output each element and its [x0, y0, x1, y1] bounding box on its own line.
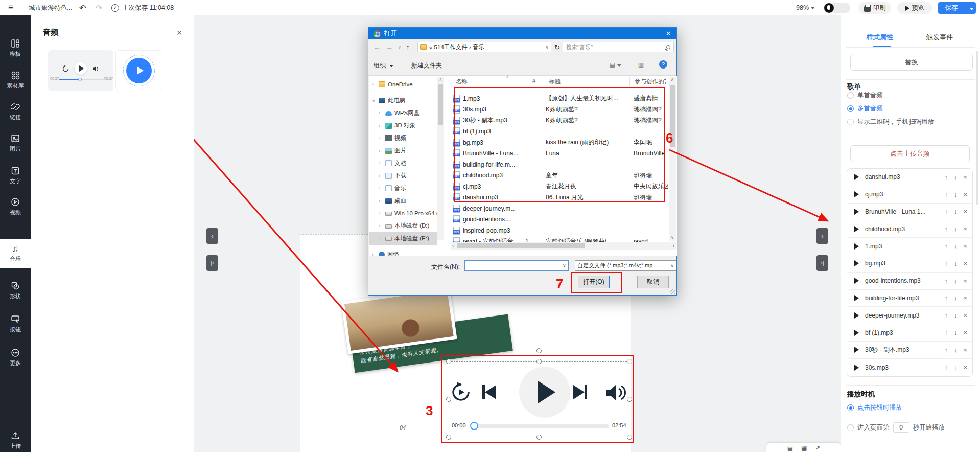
dialog-titlebar[interactable]: 打开 ✕: [368, 28, 676, 39]
file-row[interactable]: building-for-life.m...: [451, 159, 668, 170]
search-input[interactable]: 搜索"音乐": [563, 42, 674, 52]
expander-icon[interactable]: ›: [379, 173, 383, 178]
file-row[interactable]: good-intentions....: [451, 214, 668, 225]
sidebar-item-text[interactable]: 文字: [0, 162, 31, 189]
sidebar-item-template[interactable]: 模板: [0, 35, 31, 61]
play-icon[interactable]: [854, 243, 859, 250]
remove-icon[interactable]: ×: [963, 173, 967, 181]
tab-style-properties[interactable]: 样式属性: [867, 33, 893, 42]
expand-icon[interactable]: ↗: [815, 444, 820, 451]
play-icon[interactable]: [854, 347, 859, 353]
pages-icon[interactable]: ▦: [801, 444, 807, 451]
close-icon[interactable]: ✕: [176, 29, 182, 37]
tree-item[interactable]: › 桌面: [369, 195, 437, 208]
tab-trigger-events[interactable]: 触发事件: [926, 33, 953, 42]
sidebar-item-link[interactable]: 链接: [0, 98, 31, 125]
play-icon[interactable]: [854, 295, 859, 301]
expander-icon[interactable]: ›: [379, 123, 383, 128]
file-row[interactable]: bf (1).mp3: [451, 126, 668, 138]
move-down-icon[interactable]: ↓: [954, 294, 958, 302]
zoom-control[interactable]: 98%: [796, 0, 815, 15]
expander-icon[interactable]: ›: [379, 223, 383, 229]
radio-option[interactable]: 显示二维码，手机扫码播放: [847, 118, 934, 126]
audio-widget-play-button[interactable]: [115, 50, 162, 91]
move-up-icon[interactable]: ↑: [944, 191, 948, 198]
address-bar[interactable]: « 514工作文件 › 音乐 ∨: [417, 42, 551, 52]
print-button[interactable]: 印刷: [858, 2, 891, 14]
remove-icon[interactable]: ×: [963, 225, 967, 233]
upload-audio-button[interactable]: 点击上传音频: [850, 145, 970, 162]
file-row[interactable]: 30秒 - 副本.mp3 K姝屼箣鍫? 璁搞濮闊?: [451, 115, 668, 126]
forward-icon[interactable]: →: [386, 43, 393, 51]
radio-option[interactable]: 多首音频: [847, 104, 883, 113]
sidebar-item-upload[interactable]: 上传: [0, 427, 31, 452]
move-up-icon[interactable]: ↑: [944, 277, 948, 285]
file-row[interactable]: BrunuhVille - Luna... Luna BrunuhVille: [451, 148, 668, 160]
expander-icon[interactable]: ›: [379, 236, 383, 241]
grid-icon[interactable]: ▤: [787, 444, 793, 451]
resize-handle-n[interactable]: [536, 359, 542, 364]
back-icon[interactable]: ←: [374, 43, 381, 51]
player-next-icon[interactable]: [573, 385, 587, 399]
filetype-select[interactable]: 自定义文件 (*.mp3;*.m4v;*.mp ∨: [575, 260, 676, 271]
playlist-item[interactable]: bf (1).mp3 ↑ ↓ ×: [847, 324, 972, 342]
expander-icon[interactable]: ∨: [372, 98, 376, 103]
view-list-icon[interactable]: ▤: [610, 61, 621, 69]
play-icon[interactable]: [854, 312, 859, 319]
remove-icon[interactable]: ×: [963, 294, 967, 302]
cancel-button[interactable]: 取消: [637, 276, 669, 288]
expander-icon[interactable]: ›: [379, 198, 383, 204]
remove-icon[interactable]: ×: [963, 311, 967, 319]
resize-handle-e[interactable]: [627, 397, 632, 402]
tree-item[interactable]: › 3D 对象: [369, 120, 437, 132]
resize-handle-nw[interactable]: [446, 359, 451, 364]
expander-icon[interactable]: ›: [379, 110, 383, 116]
move-up-icon[interactable]: ↑: [944, 346, 948, 354]
move-down-icon[interactable]: ↓: [954, 208, 958, 215]
file-row[interactable]: deeper-journey.m...: [451, 203, 668, 214]
resize-handle-se[interactable]: [627, 435, 632, 440]
remove-icon[interactable]: ×: [963, 260, 967, 267]
remove-icon[interactable]: ×: [963, 277, 967, 285]
play-icon[interactable]: [854, 226, 859, 232]
resize-handle-w[interactable]: [446, 397, 451, 402]
file-row[interactable]: childhood.mp3 童年 班得瑞: [451, 170, 668, 182]
expander-icon[interactable]: ›: [379, 161, 383, 166]
replace-button[interactable]: 替换: [850, 54, 973, 71]
open-button[interactable]: 打开(O): [578, 276, 610, 288]
playlist-item[interactable]: good-intentions.mp3 ↑ ↓ ×: [847, 273, 972, 290]
play-icon[interactable]: [854, 209, 859, 215]
playlist-item[interactable]: building-for-life.mp3 ↑ ↓ ×: [847, 290, 972, 307]
tree-item[interactable]: › 图片: [369, 145, 437, 157]
file-row[interactable]: 1.mp3 【原创】人生最美初见时... 盛唐真情: [451, 93, 668, 104]
play-icon[interactable]: [854, 330, 859, 336]
playlist-item[interactable]: 30秒 - 副本.mp3 ↑ ↓ ×: [847, 342, 972, 359]
resize-handle-s[interactable]: [536, 435, 542, 440]
expander-icon[interactable]: ›: [379, 148, 383, 153]
file-row[interactable]: danshui.mp3 06. Luna 月光 班得瑞: [451, 192, 668, 204]
player-prev-icon[interactable]: [482, 385, 496, 399]
expander-icon[interactable]: ›: [372, 82, 376, 87]
remove-icon[interactable]: ×: [963, 242, 967, 250]
column-name[interactable]: 名称: [456, 78, 468, 85]
move-down-icon[interactable]: ↓: [954, 346, 958, 354]
move-up-icon[interactable]: ↑: [944, 311, 948, 319]
player-play-button[interactable]: [519, 367, 570, 418]
radio-option[interactable]: 单首音频: [847, 91, 883, 100]
hamburger-menu-icon[interactable]: ≡: [8, 0, 13, 15]
tree-item[interactable]: › 文档: [369, 157, 437, 170]
move-up-icon[interactable]: ↑: [944, 260, 948, 267]
tree-item[interactable]: › 本地磁盘 (E:): [369, 232, 437, 245]
move-up-icon[interactable]: ↑: [944, 329, 948, 336]
move-up-icon[interactable]: ↑: [944, 173, 948, 181]
expander-icon[interactable]: ›: [379, 211, 383, 216]
play-icon[interactable]: [854, 174, 859, 180]
player-progress-knob[interactable]: [470, 422, 478, 430]
playlist-item[interactable]: BrunuhVille - Luna 1... ↑ ↓ ×: [847, 204, 972, 221]
move-down-icon[interactable]: ↓: [954, 173, 958, 181]
tree-item[interactable]: › WPS网盘: [369, 107, 437, 120]
remove-icon[interactable]: ×: [963, 208, 967, 215]
file-row[interactable]: cj.mp3 春江花月夜 中央民族乐团: [451, 181, 668, 192]
timing-option-enter-page[interactable]: 进入页面第 秒开始播放: [847, 422, 945, 433]
timing-option-click[interactable]: 点击按钮时播放: [847, 403, 902, 412]
